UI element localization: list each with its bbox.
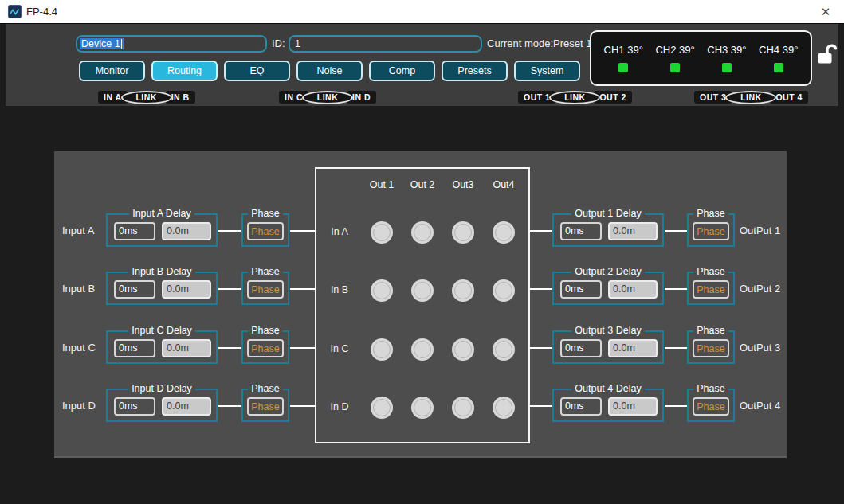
output-2-delay-ms-field[interactable]: 0ms (560, 280, 602, 299)
connector-line (665, 230, 687, 232)
tab-monitor[interactable]: Monitor (79, 61, 145, 81)
input-c-phase-button[interactable]: Phase (247, 339, 284, 357)
channel-temp-label: CH2 39° (655, 44, 694, 56)
group-title: Input C Delay (128, 325, 195, 336)
connector-line (290, 230, 315, 232)
output-3-delay-m-field[interactable]: 0.0m (608, 339, 658, 357)
connector-line (530, 230, 552, 232)
tab-eq[interactable]: EQ (224, 61, 290, 81)
channel-status-4: CH4 39° (759, 44, 798, 72)
group-title: Phase (693, 383, 728, 394)
matrix-cell-inc-out2[interactable] (411, 338, 434, 361)
output-3-delay-ms-field[interactable]: 0ms (560, 339, 602, 357)
tab-system[interactable]: System (514, 61, 580, 81)
link-toggle-button[interactable]: LINK (302, 91, 353, 104)
device-name-value: Device 1 (80, 38, 124, 49)
connector-line (218, 347, 241, 349)
link-group-in-ab: IN A LINK IN B (98, 90, 195, 104)
connector-line (665, 405, 687, 407)
tab-presets[interactable]: Presets (442, 61, 508, 81)
id-label: ID: (272, 37, 285, 49)
input-a-delay-ms-field[interactable]: 0ms (114, 222, 155, 240)
input-b-delay-m-field[interactable]: 0.0m (162, 280, 211, 299)
matrix-cell-ina-out4[interactable] (493, 221, 515, 244)
output-2-phase-group: Phase Phase (687, 272, 735, 305)
output-3-phase-button[interactable]: Phase (693, 339, 729, 357)
link-group-in-cd: IN C LINK IN D (279, 90, 376, 104)
device-name-input[interactable]: Device 1 (76, 35, 267, 53)
matrix-cell-ind-out3[interactable] (452, 397, 474, 419)
output-1-delay-group: Output 1 Delay 0ms 0.0m (552, 213, 664, 247)
output-1-delay-m-field[interactable]: 0.0m (608, 222, 658, 240)
output-1-phase-group: Phase Phase (687, 213, 735, 247)
channel-status-3: CH3 39° (707, 44, 746, 72)
input-a-delay-group: Input A Delay 0ms 0.0m (106, 213, 218, 247)
channel-temp-label: CH1 39° (604, 44, 643, 56)
input-b-delay-ms-field[interactable]: 0ms (114, 280, 155, 299)
group-title: Output 1 Delay (571, 208, 644, 219)
matrix-cell-ind-out4[interactable] (493, 397, 515, 419)
matrix-col-header-out1: Out 1 (370, 179, 395, 190)
input-a-delay-m-field[interactable]: 0.0m (162, 222, 211, 240)
link-group-out-12: OUT 1 LINK OUT 2 (518, 90, 632, 104)
matrix-cell-inb-out4[interactable] (493, 279, 515, 302)
group-title: Output 3 Delay (571, 325, 644, 336)
input-c-delay-m-field[interactable]: 0.0m (162, 339, 211, 357)
input-c-phase-group: Phase Phase (241, 330, 289, 364)
close-button[interactable]: ✕ (812, 0, 839, 23)
matrix-cell-ind-out2[interactable] (411, 397, 434, 419)
matrix-cell-ina-out3[interactable] (452, 221, 474, 244)
matrix-cell-ina-out1[interactable] (371, 221, 393, 244)
group-title: Phase (248, 208, 282, 219)
input-d-phase-group: Phase Phase (241, 389, 289, 422)
matrix-cell-inc-out3[interactable] (452, 338, 474, 361)
input-d-delay-ms-field[interactable]: 0ms (114, 397, 155, 416)
link-toggle-button[interactable]: LINK (121, 91, 172, 104)
output-2-delay-m-field[interactable]: 0.0m (608, 280, 658, 299)
input-d-phase-button[interactable]: Phase (247, 397, 284, 416)
output-4-phase-button[interactable]: Phase (693, 397, 729, 416)
app-window: FP-4.4 ✕ Device 1 ID: 1 Current mode:Pre… (0, 0, 844, 504)
top-bar: Device 1 ID: 1 Current mode:Preset 1 Mon… (6, 24, 838, 106)
group-title: Output 2 Delay (571, 266, 644, 277)
input-a-phase-button[interactable]: Phase (247, 222, 284, 240)
tab-noise[interactable]: Noise (296, 61, 363, 81)
output-2-delay-group: Output 2 Delay 0ms 0.0m (552, 272, 664, 305)
input-b-phase-group: Phase Phase (241, 272, 289, 305)
tab-routing[interactable]: Routing (151, 61, 218, 81)
matrix-row-label-inc: In C (321, 343, 358, 354)
matrix-cell-inb-out3[interactable] (452, 279, 474, 302)
matrix-cell-ina-out2[interactable] (411, 221, 434, 244)
tab-comp[interactable]: Comp (369, 61, 435, 81)
connector-line (530, 288, 552, 290)
id-input[interactable]: 1 (289, 35, 482, 53)
tab-bar: Monitor Routing EQ Noise Comp Presets Sy… (79, 61, 580, 81)
connector-line (218, 405, 241, 407)
matrix-cell-inb-out2[interactable] (411, 279, 434, 302)
output-4-delay-ms-field[interactable]: 0ms (560, 397, 602, 416)
input-a-label: Input A (62, 225, 106, 236)
output-4-delay-m-field[interactable]: 0.0m (608, 397, 658, 416)
channel-status-led (670, 63, 680, 72)
matrix-row-label-ina: In A (321, 226, 358, 237)
matrix-cell-inc-out1[interactable] (371, 338, 393, 361)
matrix-cell-ind-out1[interactable] (371, 397, 393, 419)
link-toggle-button[interactable]: LINK (549, 91, 600, 104)
group-title: Phase (693, 208, 728, 219)
output-1-delay-ms-field[interactable]: 0ms (560, 222, 602, 240)
input-d-delay-m-field[interactable]: 0.0m (162, 397, 211, 416)
matrix-cell-inc-out4[interactable] (493, 338, 515, 361)
link-toggle-button[interactable]: LINK (725, 91, 776, 104)
group-title: Phase (248, 266, 282, 277)
input-c-delay-ms-field[interactable]: 0ms (114, 339, 155, 357)
connector-line (665, 347, 687, 349)
title-bar: FP-4.4 ✕ (0, 0, 844, 24)
unlock-icon[interactable] (815, 41, 841, 70)
input-d-delay-group: Input D Delay 0ms 0.0m (106, 389, 218, 422)
output-2-label: OutPut 2 (740, 283, 799, 295)
input-a-phase-group: Phase Phase (241, 213, 289, 247)
output-1-phase-button[interactable]: Phase (693, 222, 729, 240)
output-2-phase-button[interactable]: Phase (693, 280, 729, 299)
matrix-cell-inb-out1[interactable] (371, 279, 393, 302)
input-b-phase-button[interactable]: Phase (247, 280, 284, 299)
